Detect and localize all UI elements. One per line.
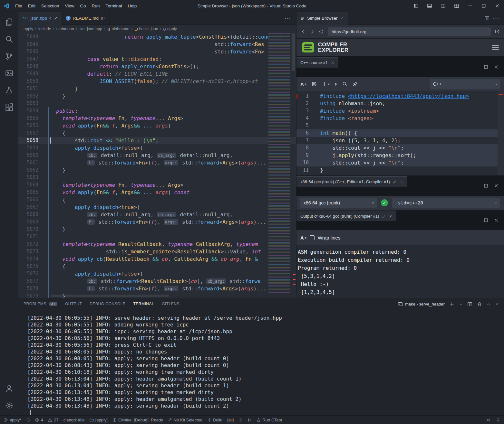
statusbar-cmake-kit[interactable]: No Kit Selected: [168, 418, 203, 422]
maximize-panel-icon[interactable]: [487, 302, 490, 306]
breadcrumb-item-apply[interactable]: apply: [24, 27, 33, 31]
code-line[interactable]: 5070 }: [18, 226, 296, 233]
new-terminal-icon[interactable]: [449, 302, 454, 307]
godbolt-code-line[interactable]: 2using nlohmann::json;: [296, 100, 504, 107]
minimize-button[interactable]: [463, 0, 477, 12]
code-line[interactable]: 5049 default: // LCOV_EXCL_LINE: [18, 70, 296, 78]
kill-terminal-icon[interactable]: [477, 302, 482, 307]
zoom-icon[interactable]: [342, 81, 347, 87]
close-icon[interactable]: [54, 16, 58, 20]
activitybar-search[interactable]: [0, 31, 18, 48]
ce-logo[interactable]: COMPILER EXPLORER: [301, 41, 348, 53]
toggle-layout-bottom-icon[interactable]: [423, 0, 436, 12]
godbolt-source-editor[interactable]: 1#include <https://localhost:8443/apply/…: [296, 91, 504, 175]
close-window-button[interactable]: [490, 0, 504, 12]
tab-simple-browser[interactable]: Simple Browser: [296, 12, 348, 25]
terminal-picker[interactable]: make - serve_header: [398, 302, 445, 307]
horizontal-scrollbar[interactable]: [51, 295, 169, 297]
close-icon[interactable]: [400, 180, 403, 184]
statusbar-cmake-target[interactable]: [all]: [227, 418, 234, 422]
breadcrumb-item-json.hpp[interactable]: C++json.hpp: [79, 27, 102, 31]
maximize-icon[interactable]: [483, 183, 489, 188]
compiler-select[interactable]: x86-64 gcc (trunk) ▾: [300, 198, 377, 208]
open-external-icon[interactable]: [495, 29, 500, 34]
font-size-button[interactable]: A▾: [300, 235, 306, 240]
save-icon[interactable]: [312, 81, 317, 87]
wrap-lines-checkbox[interactable]: [310, 235, 315, 240]
toggle-grid-icon[interactable]: [450, 0, 463, 12]
godbolt-code-line[interactable]: 3#include <iostream>: [296, 107, 504, 115]
maximize-icon[interactable]: [483, 64, 489, 70]
breadcrumb-item-nlohmann[interactable]: {}nlohmann: [107, 27, 129, 31]
code-line[interactable]: 5044 return apply_make_tuple<ConstThis>(…: [18, 33, 296, 41]
activitybar-accounts[interactable]: [0, 380, 18, 397]
hamburger-menu-icon[interactable]: [491, 43, 499, 52]
close-icon[interactable]: [494, 183, 499, 188]
code-line[interactable]: 5052 }: [18, 92, 296, 100]
menu-file[interactable]: File: [12, 2, 25, 10]
code-editor[interactable]: 5044 return apply_make_tuple<ConstThis>(…: [18, 33, 296, 298]
tab-json.hpp[interactable]: C++json.hpp4: [18, 12, 62, 25]
code-line[interactable]: 5050 JSON_ASSERT(false); // NOLINT(cert-…: [18, 78, 296, 85]
maximize-button[interactable]: [477, 0, 490, 12]
code-line[interactable]: 5055 template<typename Fn, typename... A…: [18, 115, 296, 122]
code-line[interactable]: 5076 apply_dispatch<false>(: [18, 270, 296, 278]
close-icon[interactable]: [494, 218, 499, 223]
statusbar-errors[interactable]: 4: [35, 418, 43, 422]
code-line[interactable]: 5072 template<typename ResultCallback, t…: [18, 240, 296, 248]
statusbar-git-branch[interactable]: apply*: [4, 418, 21, 422]
breadcrumb-item-include[interactable]: include: [38, 27, 51, 31]
panel-tab-terminal[interactable]: TERMINAL: [133, 298, 154, 310]
code-line[interactable]: 5061 f: std::forward<Fn>(f), args: std::…: [18, 159, 296, 166]
panel-tab-debug-console[interactable]: DEBUG CONSOLE: [90, 298, 125, 310]
godbolt-code-line[interactable]: 8 std::cout << j << "\n";: [296, 144, 504, 152]
code-line[interactable]: 5067 apply_dispatch<true>(: [18, 203, 296, 211]
code-line[interactable]: 5065 void apply(Fn&& f, Args&& ... args)…: [18, 189, 296, 196]
code-line[interactable]: 5051 }: [18, 85, 296, 92]
code-line[interactable]: 5048 return apply_error<ConstThis>();: [18, 63, 296, 70]
edit-title-icon[interactable]: [382, 214, 386, 218]
close-icon[interactable]: [340, 16, 344, 20]
menu-run[interactable]: Run: [89, 2, 103, 10]
source-pane-tab[interactable]: C++ source #1: [296, 57, 338, 68]
activitybar-extensions[interactable]: [0, 99, 18, 116]
reload-icon[interactable]: [319, 29, 324, 34]
godbolt-code-line[interactable]: 5: [296, 122, 504, 129]
code-line[interactable]: 5066 {: [18, 196, 296, 203]
godbolt-code-line[interactable]: 10 std::cout << j << "\n";: [296, 159, 504, 166]
menu-edit[interactable]: Edit: [25, 2, 38, 10]
split-editor-icon[interactable]: [484, 16, 489, 21]
godbolt-code-line[interactable]: 4#include <ranges>: [296, 115, 504, 122]
code-line[interactable]: 5069 f: std::forward<Fn>(f), args: std::…: [18, 218, 296, 226]
code-line[interactable]: 5046 std::forward<Fn>: [18, 48, 296, 55]
code-line[interactable]: 5077 cb: std::forward<ResultCallback>(cb…: [18, 278, 296, 285]
back-icon[interactable]: [301, 29, 306, 34]
statusbar-launch-target[interactable]: [247, 418, 252, 422]
compiler-pane-tab[interactable]: x86-64 gcc (trunk) (C++, Editor #1, Comp…: [296, 176, 407, 187]
activitybar-image-preview[interactable]: [0, 65, 18, 82]
panel-tab-gitlens[interactable]: GITLENS: [162, 298, 179, 310]
forward-icon[interactable]: [310, 29, 315, 34]
code-line[interactable]: 5078 f: std::forward<Fn>(f), args: std::…: [18, 285, 296, 292]
code-line[interactable]: 5054 public:: [18, 107, 296, 115]
add-pane-button[interactable]: ▾: [322, 81, 330, 87]
activitybar-testing[interactable]: [0, 82, 18, 99]
tab-README.md[interactable]: iREADME.md9+: [62, 12, 110, 24]
minimap[interactable]: [268, 33, 290, 293]
code-line[interactable]: 5053: [18, 100, 296, 107]
code-line[interactable]: 5071: [18, 233, 296, 240]
activitybar-explorer[interactable]: [0, 14, 18, 31]
vim-mode-button[interactable]: v: [335, 81, 337, 87]
edit-title-icon[interactable]: [393, 180, 397, 184]
code-line[interactable]: 5073 std::is_member_pointer<ResultCallba…: [18, 248, 296, 255]
statusbar-debug-target[interactable]: [238, 418, 243, 422]
toggle-layout-left-icon[interactable]: [409, 0, 423, 12]
menu-selection[interactable]: Selection: [38, 2, 62, 10]
activitybar-source-control[interactable]: [0, 48, 18, 65]
statusbar-clangd-status[interactable]: clangd: idle: [63, 418, 85, 422]
more-actions-icon[interactable]: ···: [493, 16, 500, 21]
more-actions-icon[interactable]: ···: [285, 16, 292, 21]
url-input[interactable]: https://godbolt.org: [328, 27, 491, 36]
vertical-scrollbar[interactable]: [290, 33, 296, 298]
code-line[interactable]: 5047 case value_t::discarded:: [18, 55, 296, 63]
